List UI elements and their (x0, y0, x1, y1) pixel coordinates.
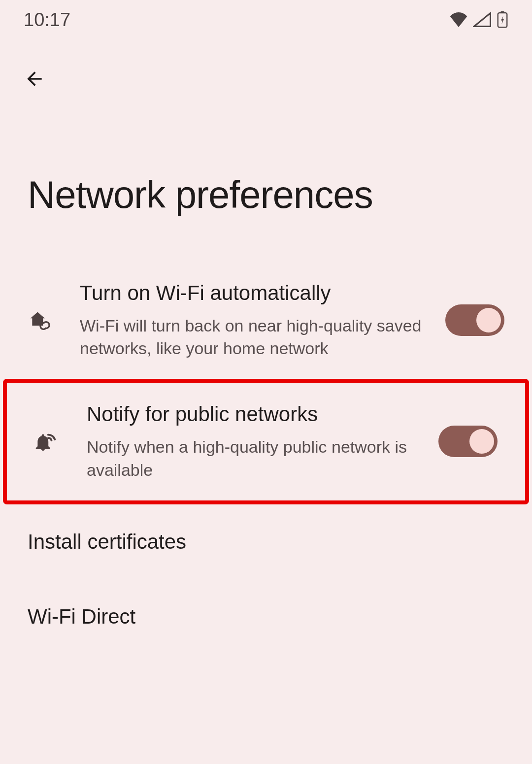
status-bar: 10:17 (0, 0, 532, 39)
toggle-knob (476, 308, 501, 332)
setting-content: Turn on Wi‑Fi automatically Wi‑Fi will t… (80, 280, 445, 360)
setting-title: Turn on Wi‑Fi automatically (80, 280, 435, 306)
setting-title: Install certificates (28, 529, 495, 555)
home-auto-icon (28, 308, 51, 332)
back-button[interactable] (20, 64, 49, 94)
battery-status-icon (497, 11, 508, 28)
settings-list: Turn on Wi‑Fi automatically Wi‑Fi will t… (0, 262, 532, 655)
setting-content: Notify for public networks Notify when a… (87, 401, 438, 481)
setting-notify-public[interactable]: Notify for public networks Notify when a… (7, 383, 525, 500)
signal-status-icon (473, 12, 492, 27)
notify-public-toggle[interactable] (438, 426, 498, 457)
setting-subtitle: Wi‑Fi will turn back on near high‑qualit… (80, 314, 435, 361)
auto-wifi-toggle[interactable] (445, 304, 504, 336)
setting-wifi-direct[interactable]: Wi‑Fi Direct (0, 579, 532, 655)
setting-auto-wifi[interactable]: Turn on Wi‑Fi automatically Wi‑Fi will t… (0, 262, 532, 379)
arrow-back-icon (24, 68, 45, 90)
page-title: Network preferences (28, 172, 532, 217)
highlighted-setting: Notify for public networks Notify when a… (3, 379, 529, 504)
setting-content: Wi‑Fi Direct (28, 604, 504, 630)
setting-install-certificates[interactable]: Install certificates (0, 504, 532, 580)
setting-content: Install certificates (28, 529, 504, 555)
toggle-knob (469, 429, 494, 454)
setting-title: Wi‑Fi Direct (28, 604, 495, 630)
svg-rect-1 (500, 11, 504, 13)
wifi-status-icon (449, 12, 468, 27)
status-time: 10:17 (24, 9, 70, 31)
status-icons (449, 11, 508, 28)
setting-title: Notify for public networks (87, 401, 429, 428)
setting-subtitle: Notify when a high‑quality public networ… (87, 435, 429, 482)
bell-wifi-icon (34, 430, 58, 453)
